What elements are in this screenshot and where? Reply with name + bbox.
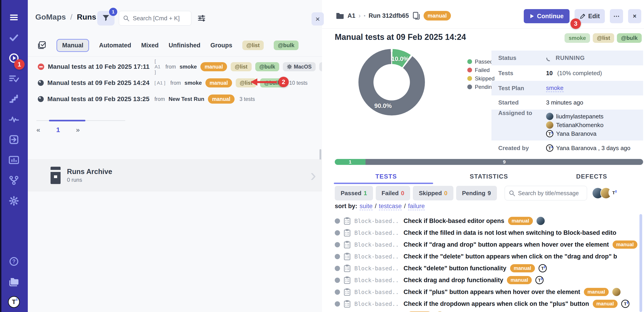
runs-tab-unfinished[interactable]: Unfinished	[169, 42, 200, 49]
test-assignee-avatar[interactable]	[612, 288, 620, 296]
test-status-dot	[335, 278, 340, 283]
integrations-icon	[9, 176, 19, 185]
run-from-label: from	[170, 80, 181, 86]
chip-skipped[interactable]: Skipped0	[413, 186, 454, 200]
info-row-started: Started3 minutes ago	[492, 96, 643, 110]
close-button[interactable]: ×	[628, 9, 641, 23]
sidebar-item-shared-steps[interactable]	[0, 92, 28, 106]
active-tab-underline	[334, 183, 433, 184]
panel-close-button[interactable]: ×	[312, 12, 324, 26]
breadcrumb-project[interactable]: GoMaps	[35, 12, 66, 21]
test-title: Check "delete" button functionality	[404, 265, 506, 272]
run-list-item[interactable]: Manual tests at 10 Feb 2025 17:11[ A1 ]f…	[28, 59, 322, 75]
runs-tab-automated[interactable]: Automated	[99, 42, 131, 49]
sidebar-item-integrations[interactable]	[0, 174, 28, 187]
test-row[interactable]: Block-based...Check if the "delete" butt…	[322, 250, 638, 262]
test-row[interactable]: Block-based...Check "delete" button func…	[322, 262, 638, 274]
test-suite-name: Block-based...	[354, 300, 400, 307]
tab-tests[interactable]: TESTS	[335, 171, 438, 182]
tab-defects[interactable]: DEFECTS	[540, 171, 643, 182]
test-suite-name: Block-based...	[354, 289, 400, 296]
sidebar-item-help[interactable]: ?	[0, 254, 28, 268]
test-row[interactable]: Block-based...Check if "plus" button app…	[322, 286, 638, 298]
tab-statistics[interactable]: STATISTICS	[438, 171, 540, 182]
tests-search-box	[505, 186, 587, 200]
pagination-thumb[interactable]	[49, 120, 86, 122]
chip-pending[interactable]: Pending9	[456, 186, 497, 200]
select-all-icon[interactable]	[37, 40, 46, 50]
sidebar-item-profile[interactable]: T	[0, 295, 28, 309]
run-badge-list: @list	[231, 62, 252, 71]
spinner-icon	[546, 55, 553, 62]
test-row[interactable]: Block-based...Check if "drag and drop" b…	[322, 239, 638, 250]
tests-search-input[interactable]	[518, 190, 583, 197]
legend-dot	[467, 84, 472, 89]
sort-by-suite[interactable]: suite	[360, 203, 372, 210]
test-plan-link[interactable]: smoke	[546, 84, 564, 92]
more-button[interactable]: ⋯	[610, 9, 623, 23]
runs-tab-manual[interactable]: Manual	[56, 39, 89, 52]
run-tag-smoke: smoke	[564, 33, 590, 43]
test-row[interactable]: Block-based...Check if the dropdown appe…	[322, 298, 638, 310]
sidebar-item-test-cases[interactable]	[0, 72, 28, 86]
test-row[interactable]: Block-based...Check if the filled in dat…	[322, 227, 638, 239]
runs-tab-mixed[interactable]: Mixed	[141, 42, 159, 49]
breadcrumb-dot: •	[364, 13, 366, 18]
runs-archive-row[interactable]: Runs Archive 0 runs ›	[28, 160, 322, 191]
test-assignee-avatar[interactable]: T	[621, 300, 630, 308]
assignee-avatar[interactable]	[546, 113, 553, 120]
run-breadcrumb-folder[interactable]: A1	[348, 12, 356, 19]
runs-tab-groups[interactable]: Groups	[210, 42, 232, 49]
sidebar-item-reports[interactable]	[0, 153, 28, 167]
sidebar-item-menu[interactable]	[0, 10, 28, 24]
test-assignee-avatar[interactable]: T	[538, 264, 547, 272]
reports-icon	[9, 156, 19, 164]
test-title: Check if the filled in data is not lost …	[404, 229, 616, 236]
filter-avatar[interactable]: T	[608, 188, 619, 198]
test-type-badge: manual	[593, 300, 618, 308]
run-from-label: from	[165, 64, 176, 70]
run-list-item[interactable]: Manual tests at 09 Feb 2025 14:24[ A1 ]f…	[28, 75, 322, 91]
test-row[interactable]: Block-based...manual	[322, 310, 638, 312]
test-assignee-avatar[interactable]: T	[536, 276, 544, 284]
filter-button[interactable]: 1	[97, 11, 114, 26]
display-settings-icon[interactable]	[197, 14, 206, 22]
assignee-avatar[interactable]	[546, 122, 553, 129]
info-row-assigned-to: Assigned toliudmylastepanetsTetianaKhome…	[492, 110, 643, 140]
continue-button[interactable]: Continue	[524, 9, 570, 23]
sidebar-item-tasks-check[interactable]	[0, 31, 28, 45]
chip-passed[interactable]: Passed1	[335, 186, 373, 200]
pagination-next[interactable]: »	[76, 126, 80, 134]
tests-scrollbar-thumb[interactable]	[640, 214, 642, 312]
sort-by-failure[interactable]: failure	[408, 203, 425, 210]
sidebar-item-sign-in[interactable]	[0, 133, 28, 146]
pagination-page[interactable]: 1	[56, 126, 60, 134]
copy-icon[interactable]	[412, 11, 420, 20]
chip-failed[interactable]: Failed0	[376, 186, 410, 200]
run-list-item[interactable]: Manual tests at 09 Feb 2025 13:25fromNew…	[28, 91, 322, 107]
assignee-name: Yana Baranova	[556, 130, 596, 137]
runs-search-input[interactable]	[132, 14, 188, 22]
left-scrollbar-thumb[interactable]	[320, 149, 321, 160]
pagination-prev[interactable]: «	[36, 126, 40, 134]
test-type-badge: manual	[584, 288, 609, 296]
sort-by-testcase[interactable]: testcase	[379, 203, 402, 210]
run-title: Manual tests at 09 Feb 2025 14:24	[335, 32, 466, 42]
pagination-track[interactable]	[36, 120, 125, 121]
sidebar-item-settings[interactable]	[0, 194, 28, 208]
runs-tab-list[interactable]: @list	[242, 40, 264, 50]
test-row[interactable]: Block-based...Check drag and drop functi…	[322, 274, 638, 286]
test-assignee-avatar[interactable]	[536, 217, 545, 225]
sidebar-item-activity[interactable]	[0, 112, 28, 126]
assignee-avatars[interactable]: T	[592, 188, 619, 199]
test-row[interactable]: Block-based...Check if Block-based edito…	[322, 215, 638, 227]
creator-avatar[interactable]: T	[546, 144, 553, 152]
run-tests-count: 10 tests	[289, 80, 308, 86]
runs-tab-bulk[interactable]: @bulk	[274, 40, 298, 50]
assignee-avatar[interactable]: T	[546, 130, 553, 137]
test-title: Check if the dropdown appears when click…	[404, 300, 589, 308]
assignees: liudmylastepanetsTetianaKhomenkoTYana Ba…	[546, 110, 604, 140]
sidebar-item-projects[interactable]	[0, 275, 28, 289]
test-type-badge: manual	[510, 264, 535, 272]
profile-avatar[interactable]: T	[8, 296, 20, 308]
